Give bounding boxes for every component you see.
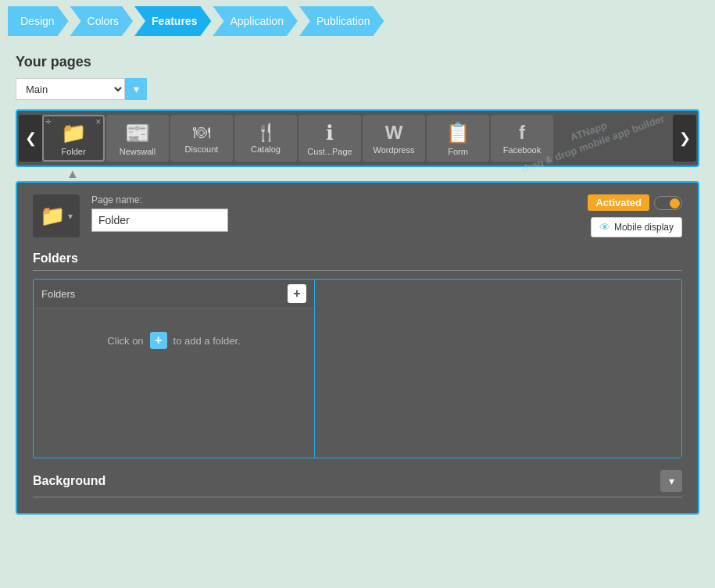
close-icon[interactable]: ✕ [95,118,102,126]
newswall-icon: 📰 [125,121,150,145]
custpage-icon: ℹ [326,121,334,145]
main-content: Your pages Main ▾ ❮ ✛ ✕ 📁 Folder 📰 Newsw… [0,42,715,526]
catalog-icon: 🍴 [256,123,277,143]
page-name-label: Page name: [91,194,228,205]
newswall-label: Newswall [120,147,156,156]
breadcrumb-publication[interactable]: Publication [299,6,384,36]
catalog-label: Catalog [251,144,281,154]
page-item-wordpress[interactable]: W Wordpress [363,115,425,162]
mobile-display-button[interactable]: 👁 Mobile display [591,217,682,237]
page-name-section: Page name: [91,194,228,232]
detail-panel: 📁 ▾ Page name: Activated 👁 Mobile displa… [16,181,699,515]
discount-label: Discount [185,144,219,154]
mobile-display-label: Mobile display [614,222,674,233]
page-item-folder[interactable]: ✛ ✕ 📁 Folder [42,115,105,162]
facebook-label: Facebook [503,145,541,155]
toolbar-prev-button[interactable]: ❮ [19,115,42,162]
add-folder-button[interactable]: + [288,284,306,303]
background-collapse-button[interactable]: ▾ [660,470,682,492]
dropdown-arrow-button[interactable]: ▾ [125,78,147,100]
page-item-facebook[interactable]: f Facebook [491,115,553,162]
your-pages-title: Your pages [16,54,699,70]
page-name-input[interactable] [91,208,228,232]
page-dropdown-row: Main ▾ [16,78,699,100]
breadcrumb-application[interactable]: Application [213,6,298,36]
toolbar-chevron: ▲ [16,167,699,181]
right-controls: Activated 👁 Mobile display [588,194,682,237]
folders-section: Folders Folders + Click on + to add a fo… [33,251,682,458]
folder-icon: 📁 [61,121,86,145]
folders-empty-before: Click on [107,335,143,347]
discount-icon: 🍽 [193,123,210,143]
activated-row: Activated [588,194,682,211]
page-item-form[interactable]: 📋 Form [427,115,489,162]
page-select[interactable]: Main [16,78,125,100]
breadcrumb-nav: Design Colors Features Application Publi… [0,0,715,42]
page-item-discount[interactable]: 🍽 Discount [170,115,233,162]
folders-section-title: Folders [33,251,682,271]
folders-left-panel: Folders + Click on + to add a folder. [34,280,315,458]
plus-inline-icon: + [150,332,167,349]
folder-box-chevron: ▾ [68,211,73,222]
breadcrumb-design[interactable]: Design [8,6,69,36]
eye-icon: 👁 [599,221,610,233]
wordpress-icon: W [385,122,403,144]
breadcrumb-colors[interactable]: Colors [70,6,133,36]
folders-empty-after: to add a folder. [173,335,241,347]
folder-label: Folder [61,147,85,156]
background-header: Background ▾ [33,470,682,497]
form-label: Form [448,147,468,156]
page-item-newswall[interactable]: 📰 Newswall [106,115,169,162]
folders-header-label: Folders [41,288,75,300]
page-item-custpage[interactable]: ℹ Cust...Page [299,115,361,162]
page-item-catalog[interactable]: 🍴 Catalog [234,115,297,162]
add-icon: ✛ [45,118,52,126]
folders-header: Folders + [34,280,314,308]
breadcrumb-features[interactable]: Features [134,6,211,36]
toolbar-next-button[interactable]: ❯ [673,115,696,162]
background-section: Background ▾ [33,470,682,497]
wordpress-label: Wordpress [374,145,415,155]
form-icon: 📋 [445,121,470,145]
activated-label: Activated [588,194,649,211]
folder-big-icon: 📁 [40,204,65,228]
facebook-icon: f [519,122,525,144]
folders-panel: Folders + Click on + to add a folder. [33,279,682,458]
folder-icon-box[interactable]: 📁 ▾ [33,194,80,237]
activated-toggle[interactable] [654,196,682,210]
folders-empty-message: Click on + to add a folder. [34,308,314,372]
pages-toolbar: ❮ ✛ ✕ 📁 Folder 📰 Newswall 🍽 Discount 🍴 [16,109,699,167]
detail-top-row: 📁 ▾ Page name: Activated 👁 Mobile displa… [33,194,682,237]
toolbar-pages-list: ✛ ✕ 📁 Folder 📰 Newswall 🍽 Discount 🍴 Cat… [42,115,673,162]
background-title: Background [33,474,105,488]
folders-right-panel [315,280,681,458]
custpage-label: Cust...Page [307,147,352,156]
